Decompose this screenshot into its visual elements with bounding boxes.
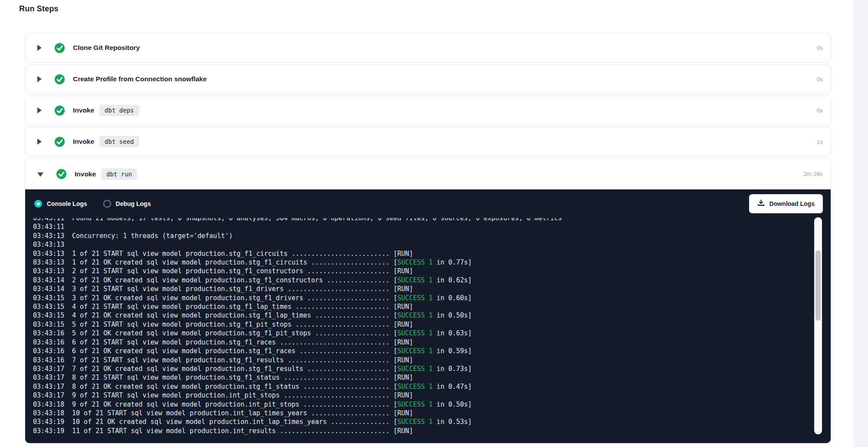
log-timestamp: 03:43:15: [33, 311, 72, 320]
console-logs-toolbar: Console LogsDebug LogsDownload Logs: [25, 189, 831, 218]
log-line: 03:43:167 of 21 START sql view model pro…: [33, 356, 813, 364]
run-steps-page: Run Steps Clone Git Repository0sCreate P…: [0, 0, 868, 447]
download-logs-button[interactable]: Download Logs: [749, 194, 823, 213]
log-success-badge: SUCCESS 1: [398, 329, 433, 337]
console-scrollbar-thumb[interactable]: [815, 250, 821, 321]
step-row-clone-git-repository[interactable]: Clone Git Repository0s: [25, 33, 831, 62]
log-success-badge: SUCCESS 1: [398, 294, 433, 302]
step-row-create-profile-from-connection-snowflake[interactable]: Create Profile from Connection snowflake…: [25, 65, 831, 93]
run-steps-list: Clone Git Repository0sCreate Profile fro…: [25, 33, 831, 445]
step-label: Create Profile from Connection snowflake: [73, 75, 207, 83]
log-timestamp: 03:43:13: [33, 258, 72, 267]
step-card: Invokedbt deps0s: [25, 96, 831, 125]
caret-right-icon[interactable]: [37, 45, 42, 51]
log-timestamp: 03:43:13: [33, 232, 72, 240]
log-line: 03:43:132 of 21 START sql view model pro…: [33, 267, 813, 275]
log-timestamp: 03:43:16: [33, 338, 72, 347]
log-timestamp: 03:43:13: [33, 249, 72, 258]
log-line: 03:43:179 of 21 START sql view model pro…: [33, 391, 813, 400]
caret-right-icon[interactable]: [37, 139, 42, 145]
log-line: 03:43:142 of 21 OK created sql view mode…: [33, 276, 813, 285]
radio-unselected-icon[interactable]: [103, 200, 111, 208]
page-right-gutter: [854, 0, 868, 447]
step-card: Create Profile from Connection snowflake…: [25, 64, 831, 94]
log-timestamp: 03:43:17: [33, 382, 72, 391]
step-duration: 1s: [817, 139, 823, 145]
step-label: Invoke: [73, 138, 94, 146]
console-log-output[interactable]: 03:43:11Found 21 models, 17 tests, 0 sna…: [33, 218, 813, 438]
log-timestamp: 03:43:18: [33, 409, 72, 417]
download-logs-label: Download Logs: [769, 200, 815, 207]
step-card: Invokedbt seed1s: [25, 127, 831, 156]
caret-down-icon[interactable]: [37, 172, 43, 177]
log-timestamp: 03:43:13: [33, 240, 72, 249]
log-timestamp: 03:43:15: [33, 320, 72, 329]
log-success-badge: SUCCESS 1: [398, 347, 433, 355]
log-success-badge: SUCCESS 1: [398, 383, 433, 391]
log-timestamp: 03:43:15: [33, 294, 72, 302]
log-timestamp: 03:43:15: [33, 302, 72, 311]
success-check-icon: [55, 137, 65, 147]
caret-right-icon[interactable]: [37, 76, 42, 82]
log-line: 03:43:13: [33, 240, 813, 249]
log-timestamp: 03:43:11: [33, 218, 72, 222]
log-line: 03:43:1910 of 21 OK created sql view mod…: [33, 417, 813, 426]
console-scrollbar[interactable]: [814, 217, 822, 434]
log-success-badge: SUCCESS 1: [398, 365, 433, 373]
log-success-badge: SUCCESS 1: [398, 311, 433, 319]
log-tab-label: Console Logs: [47, 200, 87, 207]
console-log-lines: 03:43:11Found 21 models, 17 tests, 0 sna…: [33, 218, 813, 435]
log-tab-console-logs[interactable]: Console Logs: [34, 200, 87, 208]
log-line: 03:43:153 of 21 OK created sql view mode…: [33, 294, 813, 302]
log-line: 03:43:11: [33, 222, 813, 231]
log-line: 03:43:154 of 21 OK created sql view mode…: [33, 311, 813, 320]
step-row-dbt-seed[interactable]: Invokedbt seed1s: [25, 127, 831, 156]
log-timestamp: 03:43:19: [33, 427, 72, 435]
download-icon: [757, 199, 765, 208]
success-check-icon: [55, 106, 65, 116]
log-line: 03:43:166 of 21 START sql view model pro…: [33, 338, 813, 347]
log-tab-debug-logs[interactable]: Debug Logs: [103, 200, 151, 208]
step-command-chip: dbt deps: [99, 105, 139, 116]
log-line: 03:43:1911 of 21 START sql view model pr…: [33, 427, 813, 435]
log-timestamp: 03:43:16: [33, 347, 72, 355]
step-command-chip: dbt seed: [99, 136, 139, 147]
log-line: 03:43:155 of 21 START sql view model pro…: [33, 320, 813, 329]
log-timestamp: 03:43:16: [33, 356, 72, 364]
log-timestamp: 03:43:14: [33, 276, 72, 285]
step-label: Clone Git Repository: [73, 44, 140, 52]
step-label: Invoke: [73, 106, 94, 114]
console-logs-panel: Console LogsDebug LogsDownload Logs03:43…: [25, 189, 831, 443]
log-timestamp: 03:43:13: [33, 267, 72, 275]
radio-selected-icon[interactable]: [34, 200, 42, 208]
step-duration: 0s: [817, 107, 823, 114]
step-card: Clone Git Repository0s: [25, 33, 831, 63]
step-row-dbt-deps[interactable]: Invokedbt deps0s: [25, 96, 831, 125]
log-line: 03:43:189 of 21 OK created sql view mode…: [33, 400, 813, 409]
log-line: 03:43:177 of 21 OK created sql view mode…: [33, 364, 813, 373]
log-line: 03:43:143 of 21 START sql view model pro…: [33, 285, 813, 293]
page-title: Run Steps: [19, 4, 59, 13]
log-line: 03:43:166 of 21 OK created sql view mode…: [33, 347, 813, 355]
step-row-dbt-run[interactable]: Invokedbt run2m 26s: [25, 159, 831, 189]
log-line: 03:43:178 of 21 START sql view model pro…: [33, 373, 813, 382]
log-timestamp: 03:43:17: [33, 364, 72, 373]
success-check-icon: [55, 43, 65, 53]
caret-right-icon[interactable]: [37, 107, 42, 113]
log-timestamp: 03:43:19: [33, 417, 72, 426]
log-line: 03:43:165 of 21 OK created sql view mode…: [33, 329, 813, 338]
log-success-badge: SUCCESS 1: [398, 276, 433, 284]
log-success-badge: SUCCESS 1: [398, 401, 433, 408]
log-timestamp: 03:43:16: [33, 329, 72, 338]
log-line: 03:43:131 of 21 START sql view model pro…: [33, 249, 813, 258]
step-duration: 0s: [817, 45, 823, 51]
log-success-badge: SUCCESS 1: [398, 258, 433, 266]
success-check-icon: [56, 169, 66, 179]
log-line: 03:43:1810 of 21 START sql view model pr…: [33, 409, 813, 417]
log-line: 03:43:154 of 21 START sql view model pro…: [33, 302, 813, 311]
step-card: Invokedbt run2m 26sConsole LogsDebug Log…: [25, 158, 831, 444]
log-timestamp: 03:43:14: [33, 285, 72, 293]
log-line: 03:43:178 of 21 OK created sql view mode…: [33, 382, 813, 391]
log-timestamp: 03:43:11: [33, 222, 72, 231]
step-label: Invoke: [75, 170, 96, 178]
